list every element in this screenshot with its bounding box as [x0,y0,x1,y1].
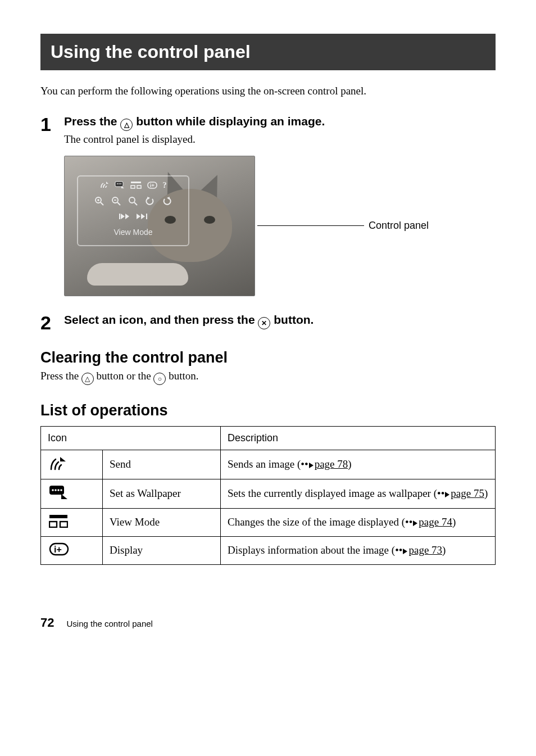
svg-line-17 [134,202,137,205]
footer-text: Using the control panel [66,619,152,628]
ops-heading: List of operations [40,402,496,419]
desc-before: Displays information about the image ( [228,544,395,556]
svg-point-23 [57,489,60,491]
svg-rect-18 [119,214,120,219]
overlay-wallpaper-icon [115,181,125,191]
control-panel-overlay: i+ ? [77,175,189,246]
page-ref-text[interactable]: page 75 [451,487,484,499]
display-icon: i+ [49,542,67,557]
svg-text:i+: i+ [54,545,62,554]
step-2-title: Select an icon, and then press the ✕ but… [64,312,496,329]
page-ref[interactable]: ••page 78 [301,458,348,470]
triangle-button-icon: △ [120,119,133,131]
overlay-rotate-right-icon [162,197,171,209]
svg-point-1 [117,183,118,184]
clearing-after: button. [166,370,198,382]
svg-rect-4 [131,182,141,183]
page-ref[interactable]: ••page 75 [437,487,484,499]
view-mode-icon [49,514,67,529]
page-ref-text[interactable]: page 74 [419,516,452,528]
overlay-zoom-out-icon [112,197,121,209]
row-icon-display: i+ [41,536,103,564]
circle-button-icon: ○ [153,373,166,385]
svg-rect-6 [137,185,141,188]
send-icon [49,456,67,470]
svg-point-21 [52,489,54,491]
svg-rect-26 [49,522,57,527]
overlay-zoom-in-icon [95,197,104,209]
clearing-heading: Clearing the control panel [40,349,496,366]
svg-text:i+: i+ [150,183,155,188]
row-desc: Displays information about the image (••… [221,536,496,564]
clearing-text: Press the △ button or the ○ button. [40,370,496,385]
svg-line-14 [117,202,120,205]
clearing-mid: button or the [94,370,154,382]
step-1-title-before: Press the [64,115,120,128]
svg-rect-5 [131,185,135,188]
clearing-before: Press the [40,370,81,382]
overlay-display-icon: i+ [147,181,157,191]
row-name: View Mode [103,508,221,536]
row-desc: Changes the size of the image displayed … [221,508,496,536]
table-row: Set as Wallpaper Sets the currently disp… [41,479,496,508]
step-2: 2 Select an icon, and then press the ✕ b… [40,312,496,332]
header-icon: Icon [41,426,221,450]
figure: i+ ? [64,156,496,296]
callout-line [257,225,364,226]
desc-before: Sends an image ( [228,458,301,470]
step-1-subtext: The control panel is displayed. [64,133,496,146]
row-icon-send [41,450,103,479]
page-ref[interactable]: ••page 74 [405,516,452,528]
desc-after: ) [348,458,351,470]
overlay-next-icon [136,213,147,222]
row-desc: Sets the currently displayed image as wa… [221,479,496,508]
section-title: Using the control panel [40,34,496,70]
operations-table: Icon Description Send Sends an image (••… [40,426,496,565]
overlay-rotate-left-icon [146,197,155,209]
step-2-number: 2 [40,312,64,332]
row-icon-wallpaper [41,479,103,508]
page-ref[interactable]: ••page 73 [395,544,442,556]
desc-after: ) [484,487,488,499]
page-ref-text[interactable]: page 78 [315,458,348,470]
svg-point-24 [60,489,62,491]
svg-rect-25 [49,515,67,518]
table-header-row: Icon Description [41,426,496,450]
svg-rect-19 [146,214,147,219]
svg-point-3 [120,183,121,184]
step-1-title: Press the △ button while displaying an i… [64,114,496,131]
step-1-number: 1 [40,114,64,134]
step-2-title-before: Select an icon, and then press the [64,313,258,326]
row-icon-viewmode [41,508,103,536]
desc-before: Changes the size of the image displayed … [228,516,405,528]
triangle-button-icon: △ [81,373,94,385]
step-2-title-after: button. [270,313,314,326]
row-desc: Sends an image (••page 78) [221,450,496,479]
page-footer: 72 Using the control panel [40,615,496,630]
desc-before: Sets the currently displayed image as wa… [228,487,437,499]
header-description: Description [221,426,496,450]
screenshot-image: i+ ? [64,156,255,296]
page-ref-text[interactable]: page 73 [408,544,442,556]
wallpaper-icon [49,485,67,500]
overlay-label: View Mode [78,228,188,237]
svg-point-16 [129,197,135,203]
desc-after: ) [442,544,446,556]
svg-point-2 [119,183,120,184]
callout-text: Control panel [369,220,429,232]
row-name: Send [103,450,221,479]
overlay-prev-icon [119,213,130,222]
table-row: i+ Display Displays information about th… [41,536,496,564]
step-1-title-after: button while displaying an image. [133,115,325,128]
overlay-zoom-reset-icon [129,197,138,209]
overlay-send-icon [100,181,109,191]
page-number: 72 [40,615,54,630]
overlay-viewmode-icon [130,181,142,191]
step-1: 1 Press the △ button while displaying an… [40,114,496,146]
overlay-help-icon: ? [163,181,167,191]
svg-line-10 [101,202,103,205]
svg-rect-27 [60,522,67,527]
svg-point-22 [54,489,57,491]
intro-text: You can perform the following operations… [40,84,496,99]
row-name: Display [103,536,221,564]
